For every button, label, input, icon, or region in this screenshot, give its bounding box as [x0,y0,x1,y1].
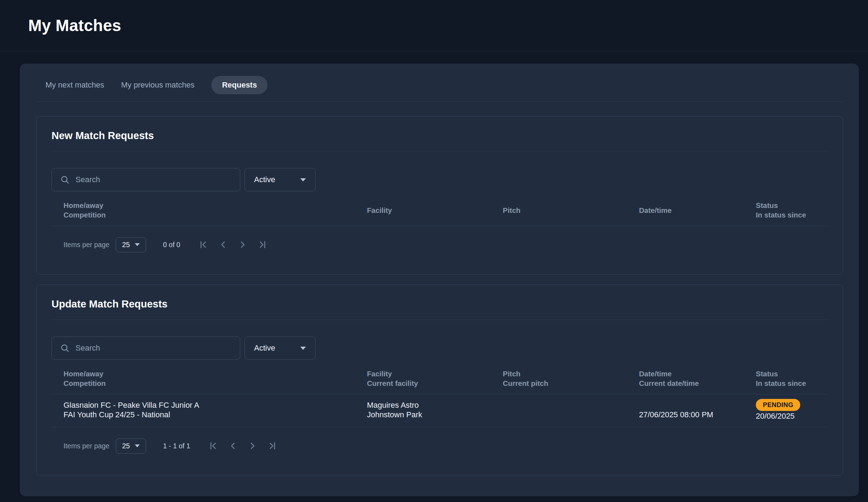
column-status: Status In status since [756,369,816,388]
status-filter-value: Active [254,175,275,184]
update-match-requests-card: Update Match Requests Active Home/away C… [36,285,843,476]
chevron-down-icon [300,178,306,181]
column-facility: Facility [367,201,503,220]
in-status-since-value: 20/06/2025 [756,411,816,421]
column-datetime: Date/time Current date/time [639,369,756,388]
tab-requests[interactable]: Requests [211,76,267,94]
page-size-value: 25 [122,442,130,450]
chevron-down-icon [300,347,306,350]
column-home-away: Home/away Competition [64,201,367,220]
divider [52,151,828,151]
column-status: Status In status since [756,201,816,220]
update-requests-search-input[interactable] [52,336,240,360]
new-requests-table: Home/away Competition Facility Pitch Dat… [52,191,828,226]
last-page-icon [267,441,278,451]
new-match-requests-title: New Match Requests [52,130,828,142]
paginator-buttons [206,438,280,453]
matches-card: My next matches My previous matches Requ… [20,64,859,496]
page-size-value: 25 [122,241,130,249]
status-filter-value: Active [254,343,275,353]
update-requests-filter-row: Active [52,336,828,360]
update-requests-table: Home/away Competition Facility Current f… [52,360,828,427]
page-range-label: 0 of 0 [163,241,180,249]
new-requests-search [52,168,240,191]
next-page-button[interactable] [245,438,260,453]
previous-page-button[interactable] [216,237,230,252]
tab-my-next-matches[interactable]: My next matches [46,76,104,94]
first-page-icon [208,441,218,451]
cell-facility: Maguires Astro Johnstown Park [367,400,503,421]
cell-home-away: Glasnaion FC - Peake Villa FC Junior A F… [64,400,367,421]
top-bar: My Matches [0,0,868,51]
search-icon [60,175,70,184]
column-facility: Facility Current facility [367,369,503,388]
status-badge: PENDING [756,399,800,411]
last-page-icon [257,239,268,250]
page-title: My Matches [28,16,121,35]
chevron-right-icon [247,441,258,451]
last-page-button[interactable] [265,438,280,453]
tab-my-previous-matches[interactable]: My previous matches [121,76,194,94]
page-size-select[interactable]: 25 [116,438,146,454]
update-requests-search [52,336,240,360]
column-home-away: Home/away Competition [64,369,367,388]
next-page-button[interactable] [235,237,250,252]
new-requests-paginator: Items per page 25 0 of 0 [52,226,828,255]
divider [52,319,828,320]
table-header-row: Home/away Competition Facility Current f… [52,360,828,394]
new-match-requests-card: New Match Requests Active Home/away Comp… [36,116,843,275]
chevron-left-icon [218,239,228,250]
first-page-icon [198,239,209,250]
table-header-row: Home/away Competition Facility Pitch Dat… [52,191,828,226]
cell-pitch [503,400,639,421]
items-per-page-label: Items per page [64,442,109,450]
tabs-divider [36,101,843,102]
first-page-button[interactable] [206,438,221,453]
chevron-right-icon [237,239,248,250]
table-row[interactable]: Glasnaion FC - Peake Villa FC Junior A F… [52,394,828,427]
page-size-select[interactable]: 25 [116,237,146,252]
paginator-buttons [196,237,270,252]
last-page-button[interactable] [255,237,270,252]
chevron-left-icon [228,441,238,451]
update-requests-status-filter[interactable]: Active [245,336,315,360]
page-range-label: 1 - 1 of 1 [163,442,190,450]
previous-page-button[interactable] [225,438,240,453]
update-requests-paginator: Items per page 25 1 - 1 of 1 [52,427,828,456]
first-page-button[interactable] [196,237,211,252]
new-requests-search-input[interactable] [52,168,240,191]
search-icon [60,343,70,353]
column-pitch: Pitch [503,201,639,220]
update-match-requests-title: Update Match Requests [52,298,828,310]
chevron-down-icon [135,444,140,447]
column-pitch: Pitch Current pitch [503,369,639,388]
cell-datetime: 27/06/2025 08:00 PM [639,400,756,421]
tab-bar: My next matches My previous matches Requ… [20,64,859,94]
new-requests-filter-row: Active [52,168,828,191]
items-per-page-label: Items per page [64,241,109,249]
cell-status: PENDING 20/06/2025 [756,400,816,421]
chevron-down-icon [135,243,140,246]
new-requests-status-filter[interactable]: Active [245,168,315,191]
column-datetime: Date/time [639,201,756,220]
